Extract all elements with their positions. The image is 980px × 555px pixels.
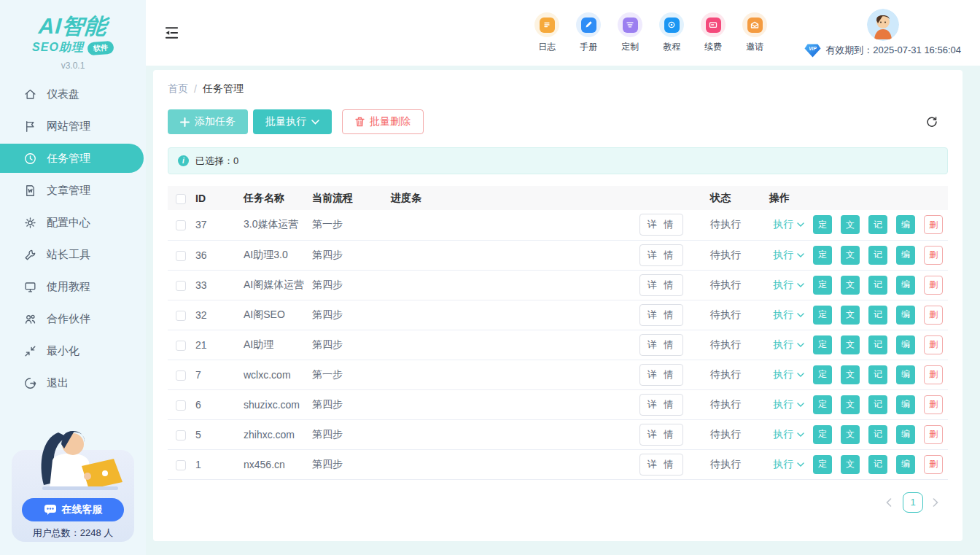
op-button-edit[interactable]: 编	[896, 395, 915, 414]
op-button-record[interactable]: 记	[868, 215, 887, 234]
execute-dropdown[interactable]: 执行	[773, 368, 804, 381]
op-button-edit[interactable]: 编	[896, 246, 915, 265]
op-button-article[interactable]: 文	[841, 395, 860, 414]
op-button-record[interactable]: 记	[868, 306, 887, 325]
detail-button[interactable]: 详 情	[639, 304, 684, 326]
execute-dropdown[interactable]: 执行	[773, 338, 804, 352]
op-button-article[interactable]: 文	[841, 215, 860, 234]
op-button-record[interactable]: 记	[868, 395, 887, 414]
prev-page-icon[interactable]	[885, 498, 894, 507]
row-checkbox[interactable]	[176, 370, 186, 381]
refresh-icon[interactable]	[925, 115, 939, 129]
op-button-record[interactable]: 记	[868, 335, 887, 354]
online-service-button[interactable]: 在线客服	[22, 498, 124, 521]
detail-button[interactable]: 详 情	[639, 424, 684, 446]
row-checkbox[interactable]	[176, 220, 186, 230]
sidebar-item-minimize[interactable]: 最小化	[0, 336, 146, 365]
row-checkbox[interactable]	[176, 460, 186, 470]
batch-delete-button[interactable]: 批量删除	[342, 109, 424, 134]
execute-dropdown[interactable]: 执行	[773, 218, 804, 231]
detail-button[interactable]: 详 情	[639, 244, 684, 266]
detail-button[interactable]: 详 情	[639, 334, 684, 356]
detail-button[interactable]: 详 情	[639, 214, 684, 236]
next-page-icon[interactable]	[932, 498, 941, 507]
batch-execute-button[interactable]: 批量执行	[253, 109, 332, 134]
row-checkbox[interactable]	[176, 341, 186, 351]
op-button-delete[interactable]: 删	[924, 276, 943, 295]
sidebar-item-logout[interactable]: 退出	[0, 368, 146, 397]
quick-link-invite[interactable]: 邀请	[742, 12, 768, 53]
execute-dropdown[interactable]: 执行	[773, 428, 804, 441]
sidebar-item-partners[interactable]: 合作伙伴	[0, 304, 146, 333]
breadcrumb-home[interactable]: 首页	[168, 82, 188, 96]
op-button-article[interactable]: 文	[841, 306, 860, 325]
sidebar-item-document[interactable]: 文章管理	[0, 176, 146, 205]
op-button-delete[interactable]: 删	[924, 335, 943, 354]
detail-button[interactable]: 详 情	[639, 394, 684, 416]
op-button-article[interactable]: 文	[841, 425, 860, 444]
op-button-schedule[interactable]: 定	[813, 455, 832, 474]
row-checkbox[interactable]	[176, 251, 186, 261]
page-number[interactable]: 1	[903, 492, 923, 513]
row-checkbox[interactable]	[176, 281, 186, 291]
op-button-delete[interactable]: 删	[924, 306, 943, 325]
op-button-edit[interactable]: 编	[896, 365, 915, 384]
detail-button[interactable]: 详 情	[639, 274, 684, 296]
op-button-edit[interactable]: 编	[896, 425, 915, 444]
op-button-delete[interactable]: 删	[924, 425, 943, 444]
op-button-delete[interactable]: 删	[924, 365, 943, 384]
op-button-delete[interactable]: 删	[924, 455, 943, 474]
op-button-schedule[interactable]: 定	[813, 335, 832, 354]
execute-dropdown[interactable]: 执行	[773, 279, 804, 292]
execute-dropdown[interactable]: 执行	[773, 308, 804, 322]
op-button-article[interactable]: 文	[841, 335, 860, 354]
op-button-schedule[interactable]: 定	[813, 395, 832, 414]
op-button-schedule[interactable]: 定	[813, 276, 832, 295]
quick-link-custom[interactable]: 定制	[617, 12, 643, 53]
select-all-checkbox[interactable]	[176, 194, 186, 204]
quick-link-log[interactable]: 日志	[534, 12, 560, 53]
sidebar-item-monitor[interactable]: 使用教程	[0, 272, 146, 301]
op-button-delete[interactable]: 删	[924, 246, 943, 265]
sidebar-item-flag[interactable]: 网站管理	[0, 112, 146, 141]
op-button-edit[interactable]: 编	[896, 335, 915, 354]
op-button-article[interactable]: 文	[841, 455, 860, 474]
sidebar-item-wrench[interactable]: 站长工具	[0, 240, 146, 269]
sidebar-collapse-icon[interactable]	[164, 26, 180, 40]
op-button-record[interactable]: 记	[868, 455, 887, 474]
op-button-article[interactable]: 文	[841, 365, 860, 384]
quick-link-tutorial[interactable]: 教程	[658, 12, 685, 53]
quick-link-renew[interactable]: 续费	[700, 12, 726, 53]
row-checkbox[interactable]	[176, 400, 186, 411]
op-button-record[interactable]: 记	[868, 425, 887, 444]
avatar[interactable]	[867, 9, 899, 41]
op-button-schedule[interactable]: 定	[813, 306, 832, 325]
op-button-schedule[interactable]: 定	[813, 365, 832, 384]
add-task-button[interactable]: 添加任务	[168, 109, 248, 134]
op-button-article[interactable]: 文	[841, 246, 860, 265]
row-checkbox[interactable]	[176, 430, 186, 440]
sidebar-item-clock[interactable]: 任务管理	[0, 144, 144, 173]
sidebar-item-gear[interactable]: 配置中心	[0, 208, 146, 237]
detail-button[interactable]: 详 情	[639, 454, 684, 476]
op-button-schedule[interactable]: 定	[813, 246, 832, 265]
row-checkbox[interactable]	[176, 311, 186, 321]
execute-dropdown[interactable]: 执行	[773, 249, 804, 262]
op-button-edit[interactable]: 编	[896, 276, 915, 295]
execute-dropdown[interactable]: 执行	[773, 398, 804, 411]
op-button-delete[interactable]: 删	[924, 395, 943, 414]
op-button-record[interactable]: 记	[868, 276, 887, 295]
op-button-edit[interactable]: 编	[896, 306, 915, 325]
execute-dropdown[interactable]: 执行	[773, 458, 804, 471]
quick-link-manual[interactable]: 手册	[575, 12, 602, 53]
op-button-record[interactable]: 记	[868, 365, 887, 384]
op-button-article[interactable]: 文	[841, 276, 860, 295]
op-button-delete[interactable]: 删	[924, 215, 943, 234]
sidebar-item-home[interactable]: 仪表盘	[0, 79, 146, 109]
op-button-edit[interactable]: 编	[896, 215, 915, 234]
op-button-edit[interactable]: 编	[896, 455, 915, 474]
op-button-schedule[interactable]: 定	[813, 215, 832, 234]
op-button-schedule[interactable]: 定	[813, 425, 832, 444]
op-button-record[interactable]: 记	[868, 246, 887, 265]
detail-button[interactable]: 详 情	[639, 364, 684, 386]
